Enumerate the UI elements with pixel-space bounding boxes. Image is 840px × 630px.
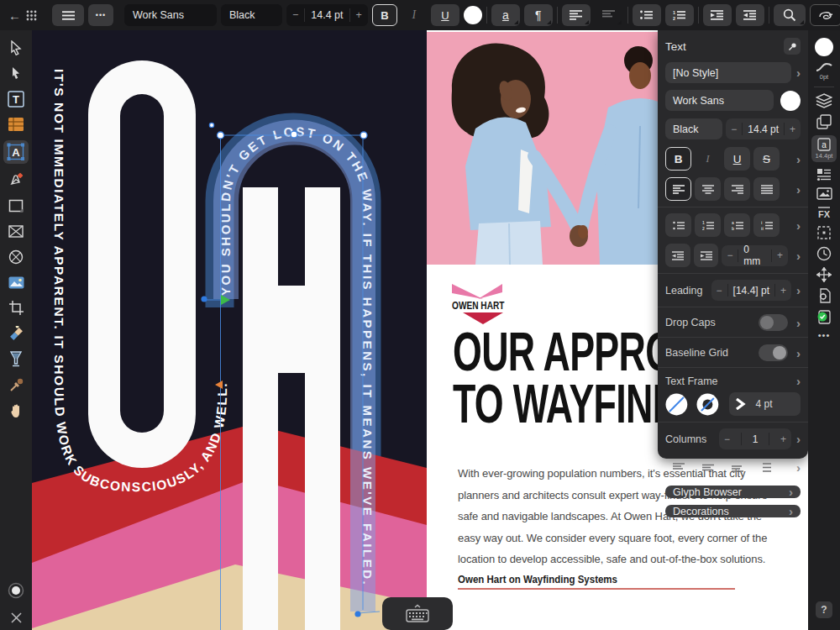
pen-tool[interactable] — [3, 171, 29, 190]
baseline-grid-toggle[interactable] — [759, 344, 788, 361]
rectangle-tool[interactable] — [3, 196, 29, 215]
panel-pin-button[interactable] — [784, 38, 801, 55]
panel-bold-button[interactable]: B — [665, 147, 691, 171]
panel-font-family-field[interactable]: Work Sans — [665, 90, 774, 111]
panel-font-weight-field[interactable]: Black — [665, 118, 722, 139]
pages-studio[interactable] — [811, 114, 837, 129]
underline-button[interactable]: U — [431, 4, 459, 26]
columns-value[interactable]: 1 — [748, 433, 764, 445]
align-last-button[interactable] — [595, 4, 623, 26]
align-chevron[interactable]: › — [796, 183, 801, 196]
home-button[interactable]: ← — [7, 4, 39, 26]
bullet-list-button-panel[interactable] — [665, 213, 691, 237]
numbered-list-button[interactable]: 12 — [665, 4, 694, 26]
help-button[interactable]: ? — [816, 601, 832, 618]
baseline-grid-chevron[interactable]: › — [796, 347, 801, 360]
bold-button[interactable]: B — [372, 4, 397, 26]
style-chevron[interactable]: › — [791, 66, 801, 79]
stroke-studio[interactable]: 0pt — [811, 62, 837, 81]
font-size-value[interactable]: 14.4 pt — [305, 4, 349, 26]
poster-artboard[interactable]: IT'S NOT IMMEDIATELY APPARENT. IT SHOULD… — [32, 30, 427, 630]
align-left-button-panel[interactable] — [665, 177, 691, 201]
align-justify-button[interactable] — [753, 177, 780, 201]
close-icon[interactable] — [11, 612, 22, 623]
picture-frame-rectangle-tool[interactable] — [3, 222, 29, 241]
leading-minus[interactable]: − — [711, 285, 727, 297]
indent-decrease-button[interactable] — [665, 244, 690, 267]
selection-handle[interactable] — [291, 131, 297, 138]
paragraph-style-field[interactable]: [No Style] — [665, 62, 791, 83]
decorations-button[interactable]: Decorations › — [665, 505, 801, 517]
view-tool[interactable] — [3, 401, 29, 420]
leading-plus[interactable]: + — [775, 285, 791, 297]
text-studio-selected[interactable]: a 14.4pt — [811, 135, 837, 162]
fx-studio[interactable]: FX — [811, 206, 837, 219]
font-weight-field[interactable]: Black — [221, 4, 282, 26]
vector-crop-tool[interactable] — [3, 298, 29, 318]
fill-tool[interactable] — [3, 324, 29, 344]
selection-handle[interactable] — [360, 132, 367, 139]
indent-chevron[interactable]: › — [796, 249, 801, 262]
zoom-tool-button[interactable] — [774, 4, 806, 26]
path-start-handle[interactable] — [201, 296, 207, 302]
size-minus[interactable]: − — [726, 123, 742, 135]
gesture-select-button[interactable] — [810, 4, 840, 26]
paragraph-studio[interactable] — [811, 168, 837, 181]
paragraph-button[interactable]: ¶ — [524, 4, 553, 26]
drop-caps-toggle[interactable] — [759, 314, 788, 331]
columns-chevron[interactable]: › — [796, 433, 801, 445]
align-left-button[interactable] — [562, 4, 591, 26]
indent-minus[interactable]: − — [722, 249, 738, 261]
letter-o[interactable] — [88, 60, 196, 468]
valign-justify-button[interactable] — [753, 455, 780, 479]
align-center-button[interactable] — [695, 177, 721, 201]
indent-value[interactable]: 0 mm — [738, 244, 771, 267]
table-tool[interactable] — [3, 115, 29, 134]
indent-increase-button[interactable] — [694, 244, 719, 267]
artistic-text-tool[interactable]: A — [3, 140, 29, 164]
lettered-list-button[interactable]: ab — [724, 213, 750, 237]
fill-swatch[interactable] — [665, 393, 688, 416]
selection-handle[interactable] — [209, 123, 213, 127]
panel-italic-button[interactable]: I — [695, 147, 721, 171]
valign-center-button[interactable] — [695, 455, 721, 479]
more-studio[interactable]: ••• — [811, 330, 837, 340]
indent-button[interactable] — [703, 4, 732, 26]
color-studio-swatch[interactable] — [815, 38, 833, 56]
picture-frame-ellipse-tool[interactable] — [3, 247, 29, 266]
keyboard-toggle-button[interactable] — [382, 597, 453, 630]
leading-chevron[interactable]: › — [796, 284, 801, 297]
valign-chevron[interactable]: › — [796, 461, 801, 474]
size-value[interactable]: 14.4 pt — [743, 123, 784, 135]
history-studio[interactable] — [811, 246, 837, 261]
owen-hart-logo[interactable]: OWEN HART — [450, 282, 509, 326]
layers-studio[interactable] — [811, 93, 837, 108]
list-chevron[interactable]: › — [796, 219, 801, 232]
outline-list-button[interactable]: iii — [753, 213, 780, 237]
color-picker-tool[interactable] — [3, 375, 29, 395]
text-color-swatch[interactable] — [464, 6, 482, 24]
size-plus[interactable]: + — [785, 123, 801, 135]
glyph-browser-button[interactable]: Glyph Browser › — [665, 486, 801, 498]
stroke-style-button[interactable]: 4 pt — [729, 392, 801, 416]
bullet-list-button[interactable] — [633, 4, 661, 26]
transform-studio[interactable] — [811, 225, 837, 240]
indent-plus[interactable]: + — [772, 249, 788, 261]
panel-underline-button[interactable]: U — [724, 147, 750, 171]
drop-caps-chevron[interactable]: › — [796, 317, 801, 329]
character-button[interactable]: a — [491, 4, 520, 26]
place-image-tool[interactable] — [3, 273, 29, 292]
node-tool[interactable] — [3, 64, 29, 83]
valign-top-button[interactable] — [665, 455, 691, 479]
numbered-list-button-panel[interactable]: 12 — [695, 213, 721, 237]
selection-handle[interactable] — [218, 132, 224, 139]
italic-button[interactable]: I — [402, 4, 427, 26]
navigator-studio[interactable] — [811, 267, 837, 282]
move-tool[interactable] — [3, 38, 29, 57]
document-settings-studio[interactable] — [811, 288, 837, 303]
columns-minus[interactable]: − — [719, 433, 735, 445]
typestyle-chevron[interactable]: › — [796, 153, 801, 165]
font-size-minus[interactable]: − — [286, 4, 304, 26]
more-options-button[interactable]: ••• — [88, 4, 113, 26]
outdent-button[interactable] — [736, 4, 764, 26]
